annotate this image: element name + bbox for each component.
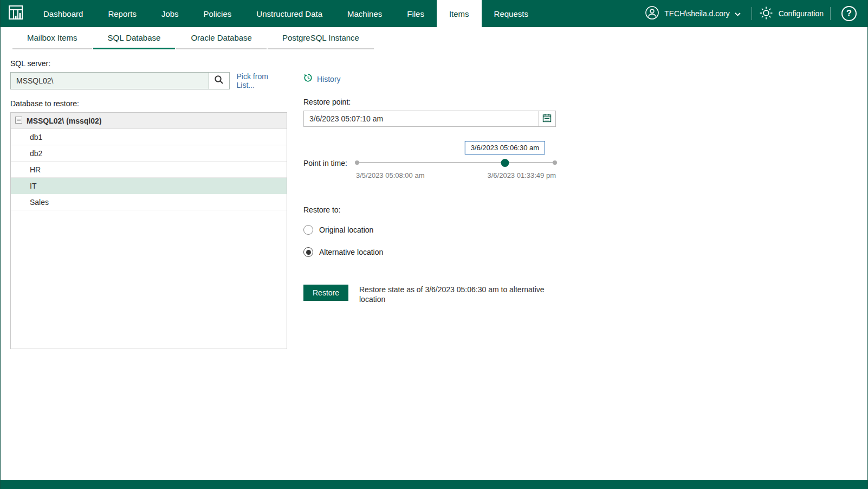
calendar-icon <box>542 113 552 125</box>
header-divider <box>752 7 752 20</box>
nav-item-items[interactable]: Items <box>437 0 482 27</box>
server-node-row[interactable]: MSSQL02\ (mssql02) <box>11 113 287 129</box>
user-avatar-icon <box>645 5 659 22</box>
restore-point-label: Restore point: <box>303 98 556 106</box>
nav-item-machines[interactable]: Machines <box>335 0 394 27</box>
nav-item-jobs[interactable]: Jobs <box>149 0 191 27</box>
slider-handle[interactable] <box>501 159 509 167</box>
pick-from-list-link[interactable]: Pick from List... <box>237 72 288 89</box>
database-row[interactable]: Sales <box>11 194 287 210</box>
calendar-button[interactable] <box>538 111 555 126</box>
item-type-tabs: Mailbox Items SQL Database Oracle Databa… <box>1 27 867 49</box>
slider-end-dot <box>553 160 557 165</box>
help-button[interactable]: ? <box>841 6 857 21</box>
range-end-label: 3/6/2023 01:33:49 pm <box>488 171 556 179</box>
restore-button[interactable]: Restore <box>303 285 348 301</box>
restore-panel: History Restore point: <box>303 56 556 349</box>
sql-server-input-group <box>10 72 230 89</box>
nav-item-dashboard[interactable]: Dashboard <box>31 0 95 27</box>
collapse-icon[interactable] <box>15 117 22 125</box>
sql-server-row: Pick from List... <box>10 72 287 89</box>
search-icon <box>214 75 224 87</box>
app-logo[interactable] <box>1 0 31 27</box>
radio-original-location-label: Original location <box>319 226 373 234</box>
sql-server-input[interactable] <box>10 72 209 89</box>
restore-description: Restore state as of 3/6/2023 05:06:30 am… <box>359 285 548 304</box>
radio-alternative-location[interactable]: Alternative location <box>303 246 556 259</box>
history-link[interactable]: History <box>303 73 556 85</box>
time-slider: 3/6/2023 05:06:30 am <box>356 158 556 168</box>
sql-server-label: SQL server: <box>10 59 287 68</box>
configuration-button[interactable]: Configuration <box>759 5 824 22</box>
main-nav: Dashboard Reports Jobs Policies Unstruct… <box>31 0 541 27</box>
database-row-selected[interactable]: IT <box>11 178 287 194</box>
restore-action-row: Restore Restore state as of 3/6/2023 05:… <box>303 285 556 304</box>
tab-oracle-database[interactable]: Oracle Database <box>176 27 267 49</box>
history-label: History <box>317 75 341 83</box>
app-window: Dashboard Reports Jobs Policies Unstruct… <box>0 0 868 489</box>
nav-item-reports[interactable]: Reports <box>95 0 149 27</box>
search-button[interactable] <box>209 72 230 89</box>
nav-item-unstructured-data[interactable]: Unstructured Data <box>244 0 335 27</box>
slider-row: Point in time: 3/6/2023 05:06:30 am <box>303 158 556 168</box>
tab-postgresql-instance[interactable]: PostgreSQL Instance <box>268 27 374 49</box>
radio-icon-selected <box>303 247 313 257</box>
user-menu[interactable]: TECH\sheila.d.cory <box>640 5 745 22</box>
header-divider <box>830 7 831 20</box>
nav-item-requests[interactable]: Requests <box>482 0 541 27</box>
slider-tooltip: 3/6/2023 05:06:30 am <box>465 141 546 155</box>
tab-mailbox-items[interactable]: Mailbox Items <box>12 27 92 49</box>
restore-point-field <box>303 111 556 127</box>
configuration-label: Configuration <box>779 9 824 18</box>
point-in-time-label: Point in time: <box>303 159 356 168</box>
restore-point-input[interactable] <box>304 114 538 123</box>
left-panel: SQL server: Pick from List... <box>10 56 287 349</box>
database-to-restore-label: Database to restore: <box>10 99 287 108</box>
logo-icon <box>7 4 24 23</box>
footer-bar <box>1 480 867 489</box>
slider-date-range: 3/5/2023 05:08:00 am 3/6/2023 01:33:49 p… <box>356 171 556 179</box>
radio-alternative-location-label: Alternative location <box>319 248 383 256</box>
history-icon <box>303 73 313 85</box>
slider-start-dot <box>355 160 359 165</box>
header-right: TECH\sheila.d.cory Configuration <box>640 0 867 27</box>
tab-sql-database[interactable]: SQL Database <box>93 27 176 49</box>
nav-item-files[interactable]: Files <box>394 0 437 27</box>
chevron-down-icon <box>735 9 741 18</box>
range-start-label: 3/5/2023 05:08:00 am <box>356 171 425 179</box>
nav-item-policies[interactable]: Policies <box>191 0 244 27</box>
radio-original-location[interactable]: Original location <box>303 223 556 236</box>
restore-to-section: Restore to: Original location Alternativ… <box>303 205 556 259</box>
database-row[interactable]: HR <box>11 162 287 178</box>
restore-to-label: Restore to: <box>303 205 556 214</box>
user-name-label: TECH\sheila.d.cory <box>664 9 730 18</box>
main-content: SQL server: Pick from List... <box>1 49 867 349</box>
database-row[interactable]: db2 <box>11 145 287 162</box>
database-list: MSSQL02\ (mssql02) db1 db2 HR IT Sales <box>10 112 287 349</box>
top-navbar: Dashboard Reports Jobs Policies Unstruct… <box>1 0 867 27</box>
server-node-label: MSSQL02\ (mssql02) <box>27 117 102 125</box>
slider-track[interactable] <box>356 162 556 163</box>
point-in-time-block: Point in time: 3/6/2023 05:06:30 am 3/5/… <box>303 158 556 179</box>
help-label: ? <box>846 9 852 18</box>
radio-icon <box>303 225 313 235</box>
database-row[interactable]: db1 <box>11 129 287 145</box>
gear-icon <box>759 5 774 22</box>
